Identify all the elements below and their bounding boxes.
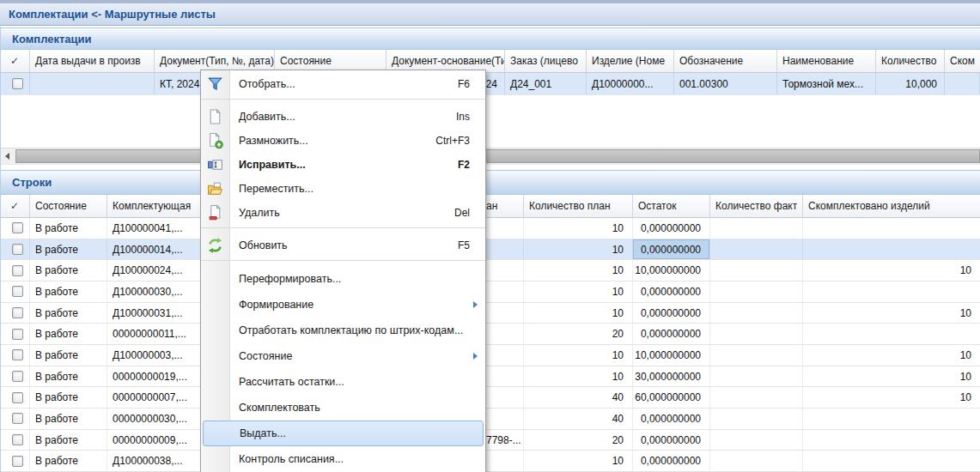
cell-qty-plan[interactable]: 10 bbox=[524, 451, 633, 471]
context-menu-item[interactable]: Добавить... Ins bbox=[201, 105, 485, 129]
cell-part[interactable]: Д100000030,... bbox=[107, 281, 204, 302]
cell-remainder[interactable]: 0,000000000 bbox=[633, 281, 710, 302]
cell-qty-fact[interactable] bbox=[710, 303, 803, 324]
cell-assembled-items[interactable] bbox=[803, 218, 980, 239]
column-header-quantity[interactable]: Количество bbox=[876, 50, 945, 72]
cell-part[interactable]: Д100000038,... bbox=[107, 451, 204, 471]
cell-remainder[interactable]: 0,000000000 bbox=[633, 451, 710, 471]
cell-remainder[interactable]: 30,000000000 bbox=[633, 366, 710, 387]
column-header-designation[interactable]: Обозначение bbox=[674, 50, 777, 72]
cell-qty-fact[interactable] bbox=[710, 260, 803, 281]
cell-order[interactable]: Д24_001 bbox=[505, 73, 587, 94]
cell-remainder[interactable]: 60,000000000 bbox=[633, 387, 710, 408]
cell-state[interactable]: В работе bbox=[30, 239, 107, 260]
cell-qty-fact[interactable] bbox=[710, 387, 803, 408]
scroll-left-button[interactable] bbox=[0, 148, 15, 164]
cell-part[interactable]: 00000000009,... bbox=[107, 430, 204, 451]
cell-assembled-items[interactable] bbox=[803, 281, 980, 302]
context-menu-item[interactable]: Удалить Del bbox=[201, 201, 485, 225]
cell-remainder[interactable]: 0,000000000 bbox=[633, 408, 710, 429]
cell-assembled-items[interactable] bbox=[803, 239, 980, 260]
cell-name[interactable]: Тормозной мех... bbox=[777, 73, 876, 94]
cell-checkbox[interactable] bbox=[0, 73, 30, 94]
table-row[interactable]: В работе Д100000014,... 10 0,000000000 bbox=[0, 239, 980, 261]
cell-checkbox[interactable] bbox=[0, 239, 30, 260]
cell-state[interactable]: В работе bbox=[30, 281, 107, 302]
cell-qty-fact[interactable] bbox=[710, 239, 803, 260]
column-header-product[interactable]: Изделие (Номе bbox=[587, 50, 674, 72]
cell-part[interactable]: Д100000041,... bbox=[107, 218, 204, 239]
column-header-select-all[interactable]: ✓ bbox=[0, 50, 30, 72]
context-menu-item[interactable]: Обновить F5 bbox=[201, 233, 485, 257]
kits-table-row[interactable]: КТ, 2024 024 Д24_001 Д10000000... 001.00… bbox=[0, 73, 980, 95]
cell-qty-fact[interactable] bbox=[710, 451, 803, 471]
cell-assembled-items[interactable]: 10 bbox=[803, 366, 980, 387]
column-header-select-all[interactable]: ✓ bbox=[0, 195, 30, 217]
cell-assembled-items[interactable] bbox=[803, 324, 980, 344]
row-checkbox[interactable] bbox=[12, 222, 23, 233]
column-header-part[interactable]: Комплектующая bbox=[107, 195, 204, 217]
cell-remainder[interactable]: 0,000000000 bbox=[633, 430, 710, 451]
cell-qty-plan[interactable]: 40 bbox=[524, 408, 633, 429]
cell-checkbox[interactable] bbox=[0, 387, 30, 408]
cell-part[interactable]: Д100000014,... bbox=[107, 239, 204, 260]
cell-checkbox[interactable] bbox=[0, 324, 30, 344]
context-menu-item[interactable]: Контроль списания... bbox=[201, 446, 485, 472]
cell-state[interactable]: В работе bbox=[30, 408, 107, 429]
column-header-qty-plan[interactable]: Количество план bbox=[524, 195, 633, 217]
column-header-order[interactable]: Заказ (лицево bbox=[505, 50, 587, 72]
row-checkbox[interactable] bbox=[12, 456, 23, 467]
cell-state[interactable]: В работе bbox=[30, 218, 107, 239]
context-menu-item[interactable]: Выдать... bbox=[203, 421, 484, 446]
context-menu-item[interactable]: Рассчитать остатки... bbox=[201, 369, 485, 395]
cell-quantity[interactable]: 10,000 bbox=[876, 73, 945, 94]
cell-checkbox[interactable] bbox=[0, 281, 30, 302]
scrollbar-thumb[interactable] bbox=[15, 149, 980, 163]
cell-assembled-items[interactable]: 10 bbox=[803, 387, 980, 408]
table-row[interactable]: В работе 00000000011,... 20 0,000000000 bbox=[0, 324, 980, 345]
cell-state[interactable]: В работе bbox=[30, 303, 107, 324]
context-menu-item[interactable] bbox=[201, 227, 485, 233]
cell-qty-fact[interactable] bbox=[710, 345, 803, 366]
cell-qty-plan[interactable]: 10 bbox=[524, 303, 633, 324]
row-checkbox[interactable] bbox=[12, 78, 23, 89]
context-menu-item[interactable]: Состояние bbox=[201, 343, 485, 369]
cell-part[interactable]: Д100000031,... bbox=[107, 303, 204, 324]
cell-state[interactable]: В работе bbox=[30, 451, 107, 471]
context-menu-item[interactable] bbox=[201, 260, 485, 266]
cell-state[interactable]: В работе bbox=[30, 345, 107, 366]
row-checkbox[interactable] bbox=[12, 392, 23, 403]
cell-checkbox[interactable] bbox=[0, 408, 30, 429]
table-row[interactable]: В работе Д100000038,... 10 0,000000000 bbox=[0, 451, 980, 472]
context-menu-item[interactable]: Исправить... F2 bbox=[201, 153, 485, 177]
cell-qty-plan[interactable]: 10 bbox=[524, 281, 633, 302]
cell-qty-plan[interactable]: 10 bbox=[524, 345, 633, 366]
cell-state[interactable]: В работе bbox=[30, 430, 107, 451]
cell-checkbox[interactable] bbox=[0, 218, 30, 239]
cell-remainder[interactable]: 10,000000000 bbox=[633, 260, 710, 281]
cell-assembled[interactable] bbox=[945, 73, 980, 94]
context-menu-item[interactable] bbox=[201, 99, 485, 105]
cell-checkbox[interactable] bbox=[0, 260, 30, 281]
context-menu-item[interactable]: Формирование bbox=[201, 292, 485, 318]
column-header-name[interactable]: Наименование bbox=[777, 50, 876, 72]
cell-checkbox[interactable] bbox=[0, 430, 30, 451]
row-checkbox[interactable] bbox=[12, 307, 23, 318]
cell-qty-fact[interactable] bbox=[710, 430, 803, 451]
cell-remainder[interactable]: 10,000000000 bbox=[633, 345, 710, 366]
cell-part[interactable]: 00000000011,... bbox=[107, 324, 204, 344]
table-row[interactable]: В работе Д100000003,... 10 10,000000000 … bbox=[0, 345, 980, 366]
cell-checkbox[interactable] bbox=[0, 303, 30, 324]
cell-designation[interactable]: 001.00300 bbox=[674, 73, 777, 94]
context-menu-item[interactable]: Отобрать... F6 bbox=[201, 72, 485, 96]
table-row[interactable]: В работе 00000000030,... 40 0,000000000 bbox=[0, 408, 980, 430]
cell-qty-plan[interactable]: 20 bbox=[524, 430, 633, 451]
context-menu-item[interactable]: Переместить... bbox=[201, 177, 485, 201]
context-menu-item[interactable]: Размножить... Ctrl+F3 bbox=[201, 129, 485, 153]
cell-qty-plan[interactable]: 10 bbox=[524, 218, 633, 239]
cell-product[interactable]: Д10000000... bbox=[587, 73, 674, 94]
cell-qty-plan[interactable]: 40 bbox=[524, 387, 633, 408]
table-row[interactable]: В работе 00000000007,... 40 60,000000000… bbox=[0, 387, 980, 408]
cell-assembled-items[interactable]: 10 bbox=[803, 303, 980, 324]
cell-assembled-items[interactable] bbox=[803, 451, 980, 471]
